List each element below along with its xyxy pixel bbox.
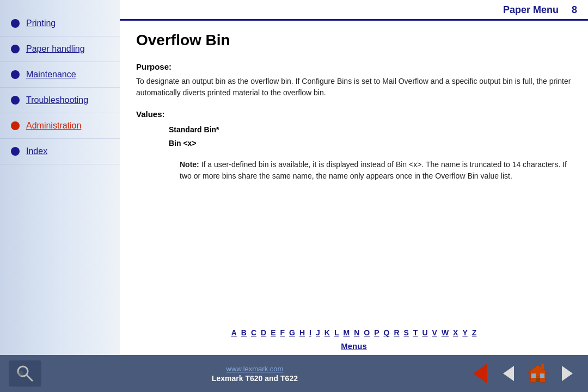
- footer-nav: [468, 362, 579, 385]
- menu-title: Paper Menu: [503, 4, 559, 16]
- alpha-link-r[interactable]: R: [394, 328, 399, 337]
- alpha-link-y[interactable]: Y: [462, 328, 467, 337]
- search-icon: [15, 364, 35, 383]
- footer-model: Lexmark T620 and T622: [212, 374, 298, 383]
- dot-icon: [11, 19, 20, 28]
- alpha-link-x[interactable]: X: [453, 328, 458, 337]
- nav-prev-button[interactable]: [497, 362, 520, 385]
- dot-icon: [11, 45, 20, 53]
- page-title: Overflow Bin: [136, 32, 572, 49]
- alpha-link-o[interactable]: O: [364, 328, 370, 337]
- svg-line-1: [27, 375, 33, 381]
- value-standard-bin: Standard Bin*: [169, 123, 572, 137]
- page-number: 8: [572, 4, 577, 16]
- sidebar-item-paper-handling[interactable]: Paper handling: [0, 36, 120, 62]
- note-text: If a user-defined bin is available, it i…: [180, 160, 567, 180]
- content-area: Paper Menu 8 Overflow Bin Purpose: To de…: [120, 0, 588, 355]
- alpha-link-d[interactable]: D: [261, 328, 266, 337]
- svg-rect-7: [540, 373, 544, 378]
- dot-icon: [11, 121, 20, 130]
- main-container: Printing Paper handling Maintenance Trou…: [0, 0, 588, 355]
- alpha-link-b[interactable]: B: [241, 328, 247, 337]
- sidebar-item-label: Maintenance: [26, 70, 76, 79]
- note-block: Note: If a user-defined bin is available…: [180, 159, 572, 182]
- dot-icon: [11, 96, 20, 105]
- svg-rect-5: [536, 378, 540, 382]
- values-list: Standard Bin* Bin <x>: [169, 123, 572, 150]
- alpha-link-m[interactable]: M: [343, 328, 350, 337]
- alpha-link-i[interactable]: I: [309, 328, 311, 337]
- back-arrow-icon: [473, 364, 487, 383]
- sidebar-item-label: Administration: [26, 121, 81, 131]
- sidebar-item-label: Printing: [26, 19, 56, 28]
- alpha-link-p[interactable]: P: [374, 328, 379, 337]
- footer: www.lexmark.com Lexmark T620 and T622: [0, 355, 588, 392]
- footer-url[interactable]: www.lexmark.com: [226, 365, 284, 373]
- alphabet-section: ABCDEFGHIJKLMNOPQRSTUVWXYZ Menus: [120, 320, 588, 355]
- sidebar-item-index[interactable]: Index: [0, 139, 120, 164]
- alpha-link-v[interactable]: V: [432, 328, 437, 337]
- alpha-link-f[interactable]: F: [280, 328, 285, 337]
- page-header: Paper Menu 8: [120, 0, 588, 21]
- alpha-link-l[interactable]: L: [334, 328, 339, 337]
- home-icon: [526, 363, 550, 384]
- svg-rect-6: [531, 373, 536, 378]
- alpha-link-c[interactable]: C: [251, 328, 256, 337]
- alpha-link-n[interactable]: N: [354, 328, 359, 337]
- search-button[interactable]: [9, 360, 41, 387]
- next-arrow-icon: [562, 366, 573, 381]
- purpose-heading: Purpose:: [136, 62, 572, 71]
- note-label: Note:: [180, 160, 199, 169]
- nav-back-button[interactable]: [468, 362, 492, 385]
- purpose-text: To designate an output bin as the overfl…: [136, 76, 572, 99]
- svg-rect-8: [541, 364, 544, 369]
- alpha-link-k[interactable]: K: [324, 328, 330, 337]
- sidebar-item-administration[interactable]: Administration: [0, 113, 120, 139]
- dot-icon: [11, 147, 20, 156]
- page-title-header: Paper Menu 8: [503, 4, 577, 16]
- alpha-link-u[interactable]: U: [422, 328, 427, 337]
- alpha-link-e[interactable]: E: [271, 328, 275, 337]
- menus-link[interactable]: Menus: [136, 341, 572, 351]
- alpha-link-t[interactable]: T: [413, 328, 418, 337]
- alpha-link-a[interactable]: A: [231, 328, 237, 337]
- sidebar-item-maintenance[interactable]: Maintenance: [0, 62, 120, 88]
- sidebar-item-troubleshooting[interactable]: Troubleshooting: [0, 88, 120, 113]
- alpha-link-q[interactable]: Q: [383, 328, 389, 337]
- alpha-link-j[interactable]: J: [316, 328, 320, 337]
- home-button[interactable]: [525, 362, 551, 385]
- alpha-link-w[interactable]: W: [442, 328, 449, 337]
- dot-icon: [11, 70, 20, 79]
- prev-arrow-icon: [503, 366, 514, 381]
- content-body: Overflow Bin Purpose: To designate an ou…: [120, 21, 588, 320]
- footer-center: www.lexmark.com Lexmark T620 and T622: [212, 365, 298, 383]
- sidebar-item-label: Index: [26, 146, 47, 156]
- sidebar-item-label: Troubleshooting: [26, 95, 88, 105]
- values-heading: Values:: [136, 109, 572, 119]
- sidebar-item-printing[interactable]: Printing: [0, 11, 120, 36]
- value-bin-x: Bin <x>: [169, 137, 572, 150]
- sidebar: Printing Paper handling Maintenance Trou…: [0, 0, 120, 355]
- purpose-section: Purpose: To designate an output bin as t…: [136, 62, 572, 99]
- sidebar-item-label: Paper handling: [26, 44, 85, 54]
- alpha-link-z[interactable]: Z: [472, 328, 477, 337]
- alpha-link-g[interactable]: G: [289, 328, 295, 337]
- alpha-link-s[interactable]: S: [404, 328, 409, 337]
- alpha-link-h[interactable]: H: [299, 328, 305, 337]
- nav-next-button[interactable]: [555, 362, 579, 385]
- svg-point-2: [18, 371, 23, 376]
- alphabet-row: ABCDEFGHIJKLMNOPQRSTUVWXYZ: [136, 328, 572, 337]
- values-section: Values: Standard Bin* Bin <x> Note: If a…: [136, 109, 572, 182]
